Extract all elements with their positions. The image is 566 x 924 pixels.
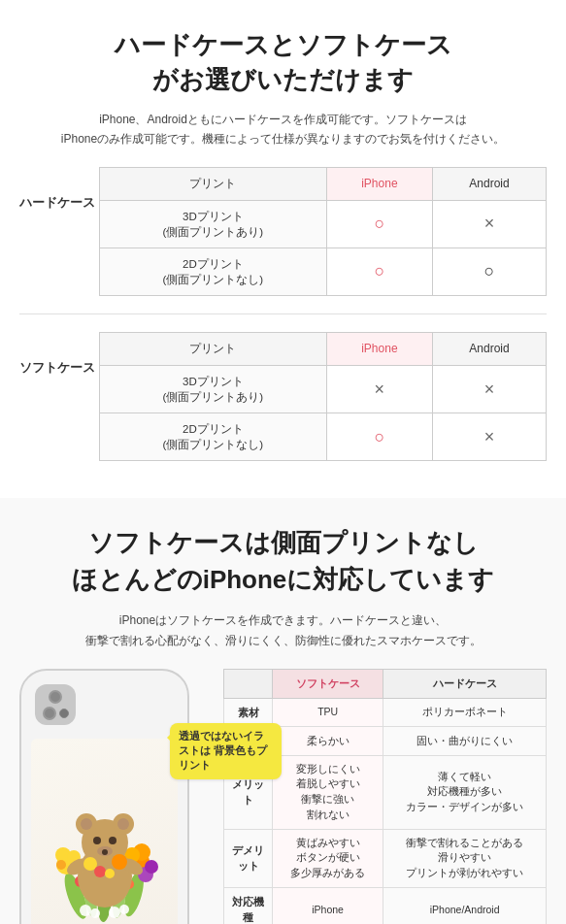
compare-header-soft: ソフトケース bbox=[273, 669, 383, 698]
svg-point-17 bbox=[119, 905, 129, 914]
svg-point-34 bbox=[94, 866, 106, 877]
col-android-soft: Android bbox=[433, 332, 547, 365]
section1-title: ハードケースとソフトケースがお選びいただけます bbox=[19, 27, 547, 98]
divider bbox=[19, 314, 547, 314]
col-print-label2: プリント bbox=[100, 332, 327, 365]
table-row: 対応機種 iPhone iPhone/Android bbox=[224, 887, 547, 924]
hard-case-table: プリント iPhone Android 3Dプリント(側面プリントあり) ○ ×… bbox=[99, 167, 547, 296]
row-label-demerit: デメリット bbox=[224, 829, 273, 887]
section2-title: ソフトケースは側面プリントなしほとんどのiPhoneに対応しています bbox=[19, 525, 547, 598]
col-iphone-hard: iPhone bbox=[326, 167, 432, 200]
hard-material: ポリカーボネート bbox=[383, 698, 547, 727]
phone-compare-wrap: 透過ではないイラストは 背景色もプリント bbox=[19, 669, 547, 924]
hard-row2-label: 2Dプリント(側面プリントなし) bbox=[100, 248, 327, 295]
hard-devices: iPhone/Android bbox=[383, 887, 547, 924]
section1-desc: iPhone、Androidともにハードケースを作成可能です。ソフトケースはiP… bbox=[19, 110, 547, 149]
svg-point-24 bbox=[81, 818, 92, 830]
soft-row2-label: 2Dプリント(側面プリントなし) bbox=[100, 413, 327, 461]
section1: ハードケースとソフトケースがお選びいただけます iPhone、Androidとも… bbox=[0, 0, 566, 498]
camera-lens-small bbox=[59, 709, 69, 718]
svg-point-25 bbox=[117, 818, 129, 830]
svg-point-27 bbox=[109, 837, 117, 844]
hard-feature: 固い・曲がりにくい bbox=[383, 727, 547, 756]
table-row: 2Dプリント(側面プリントなし) ○ ○ bbox=[100, 248, 547, 295]
soft-material: TPU bbox=[273, 698, 383, 727]
camera-lens-secondary bbox=[43, 707, 56, 720]
compare-table-col: ソフトケース ハードケース 素材 TPU ポリカーボネート 特徴 柔らかい 固い… bbox=[223, 669, 547, 924]
hard-case-section: ハードケース プリント iPhone Android 3Dプリント(側面プリント… bbox=[19, 167, 547, 296]
svg-point-15 bbox=[90, 908, 100, 918]
hard-row2-iphone: ○ bbox=[326, 248, 432, 295]
table-row: 2Dプリント(側面プリントなし) ○ × bbox=[100, 413, 547, 461]
hard-case-label: ハードケース bbox=[19, 167, 99, 212]
svg-point-35 bbox=[105, 869, 115, 878]
table-row: デメリット 黄ばみやすいボタンが硬い多少厚みがある 衝撃で割れることがある滑りや… bbox=[224, 829, 547, 887]
svg-point-33 bbox=[112, 854, 127, 870]
camera-lens-main bbox=[49, 690, 62, 704]
soft-row1-iphone: × bbox=[326, 365, 432, 412]
compare-table: ソフトケース ハードケース 素材 TPU ポリカーボネート 特徴 柔らかい 固い… bbox=[223, 669, 547, 924]
section2: ソフトケースは側面プリントなしほとんどのiPhoneに対応しています iPhon… bbox=[0, 498, 566, 924]
svg-point-13 bbox=[145, 860, 158, 874]
soft-row2-iphone: ○ bbox=[326, 413, 432, 461]
col-android-hard: Android bbox=[433, 167, 547, 200]
table-row: 3Dプリント(側面プリントあり) × × bbox=[100, 365, 547, 412]
soft-demerit: 黄ばみやすいボタンが硬い多少厚みがある bbox=[273, 829, 383, 887]
soft-row1-label: 3Dプリント(側面プリントあり) bbox=[100, 365, 327, 412]
col-iphone-soft: iPhone bbox=[326, 332, 432, 365]
soft-devices: iPhone bbox=[273, 887, 383, 924]
hard-row2-android: ○ bbox=[433, 248, 547, 295]
compare-header-hard: ハードケース bbox=[383, 669, 547, 698]
soft-case-table: プリント iPhone Android 3Dプリント(側面プリントあり) × ×… bbox=[99, 332, 547, 461]
svg-point-16 bbox=[109, 907, 120, 918]
svg-point-26 bbox=[93, 837, 101, 844]
soft-row1-android: × bbox=[433, 365, 547, 412]
soft-case-section: ソフトケース プリント iPhone Android 3Dプリント(側面プリント… bbox=[19, 332, 547, 461]
svg-point-14 bbox=[80, 905, 91, 916]
phone-illustration-col: 透過ではないイラストは 背景色もプリント bbox=[19, 669, 214, 924]
row-label-devices: 対応機種 bbox=[224, 887, 273, 924]
bear-flower-illustration bbox=[37, 760, 173, 924]
table-row: 3Dプリント(側面プリントあり) ○ × bbox=[100, 200, 547, 248]
col-print-label: プリント bbox=[100, 167, 327, 200]
section2-desc: iPhoneはソフトケースを作成できます。ハードケースと違い、衝撃で割れる心配が… bbox=[19, 610, 547, 651]
soft-feature: 柔らかい bbox=[273, 727, 383, 756]
phone-mockup: BottleMook bbox=[19, 669, 189, 924]
soft-merit: 変形しにくい着脱しやすい衝撃に強い割れない bbox=[273, 755, 383, 829]
svg-point-8 bbox=[56, 860, 66, 870]
camera-module bbox=[35, 684, 76, 725]
svg-point-29 bbox=[102, 849, 108, 855]
soft-row2-android: × bbox=[433, 413, 547, 461]
hard-row1-iphone: ○ bbox=[326, 200, 432, 248]
phone-screen bbox=[31, 739, 178, 924]
hard-row1-label: 3Dプリント(側面プリントあり) bbox=[100, 200, 327, 248]
compare-header-empty bbox=[224, 669, 273, 698]
hard-merit: 薄くて軽い対応機種が多いカラー・デザインが多い bbox=[383, 755, 547, 829]
phone-bubble: 透過ではないイラストは 背景色もプリント bbox=[170, 723, 282, 779]
hard-demerit: 衝撃で割れることがある滑りやすいプリントが剥がれやすい bbox=[383, 829, 547, 887]
soft-case-label: ソフトケース bbox=[19, 332, 99, 377]
hard-row1-android: × bbox=[433, 200, 547, 248]
